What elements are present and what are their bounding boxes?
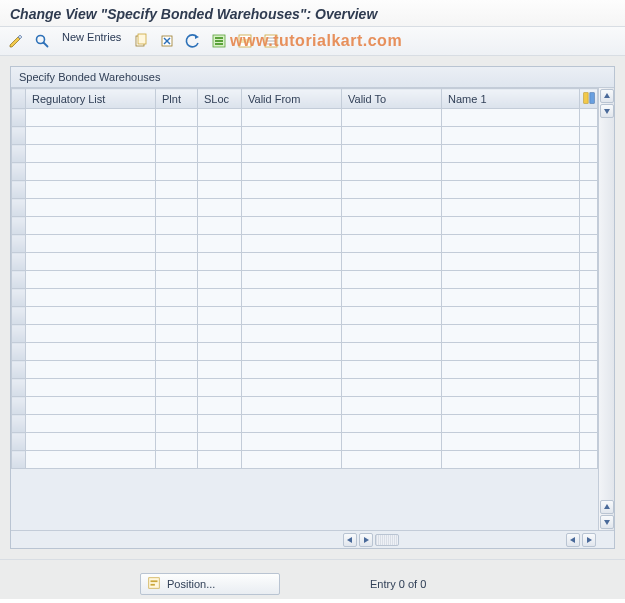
col-plnt[interactable]: Plnt: [156, 89, 198, 109]
table-cell[interactable]: [342, 307, 442, 325]
table-cell[interactable]: [242, 127, 342, 145]
details-button[interactable]: [32, 31, 52, 51]
row-selector[interactable]: [12, 361, 26, 379]
table-cell[interactable]: [442, 379, 580, 397]
hscroll-right-button[interactable]: [359, 533, 373, 547]
table-cell[interactable]: [242, 379, 342, 397]
table-cell[interactable]: [198, 109, 242, 127]
table-cell[interactable]: [242, 199, 342, 217]
row-selector[interactable]: [12, 451, 26, 469]
table-cell[interactable]: [156, 415, 198, 433]
table-cell[interactable]: [342, 433, 442, 451]
scroll-down-bottom-button[interactable]: [600, 515, 614, 529]
table-cell[interactable]: [156, 253, 198, 271]
row-selector[interactable]: [12, 325, 26, 343]
table-cell[interactable]: [156, 289, 198, 307]
table-cell[interactable]: [198, 415, 242, 433]
table-cell[interactable]: [442, 451, 580, 469]
select-all-button[interactable]: [209, 31, 229, 51]
table-cell[interactable]: [442, 181, 580, 199]
table-cell[interactable]: [26, 163, 156, 181]
table-cell[interactable]: [442, 127, 580, 145]
table-cell[interactable]: [198, 253, 242, 271]
table-cell[interactable]: [242, 415, 342, 433]
table-cell[interactable]: [442, 361, 580, 379]
table-cell[interactable]: [442, 397, 580, 415]
table-cell[interactable]: [156, 145, 198, 163]
hscroll-left-button[interactable]: [343, 533, 357, 547]
scroll-up-bottom-button[interactable]: [600, 500, 614, 514]
scroll-down-button[interactable]: [600, 104, 614, 118]
table-cell[interactable]: [198, 307, 242, 325]
delete-button[interactable]: [157, 31, 177, 51]
col-regulatory-list[interactable]: Regulatory List: [26, 89, 156, 109]
table-cell[interactable]: [242, 163, 342, 181]
table-cell[interactable]: [198, 343, 242, 361]
table-cell[interactable]: [156, 451, 198, 469]
table-cell[interactable]: [156, 361, 198, 379]
table-cell[interactable]: [198, 433, 242, 451]
table-cell[interactable]: [242, 361, 342, 379]
col-valid-from[interactable]: Valid From: [242, 89, 342, 109]
table-cell[interactable]: [242, 325, 342, 343]
table-cell[interactable]: [198, 235, 242, 253]
table-cell[interactable]: [156, 343, 198, 361]
row-selector[interactable]: [12, 397, 26, 415]
table-cell[interactable]: [198, 145, 242, 163]
hscroll-left2-button[interactable]: [566, 533, 580, 547]
table-cell[interactable]: [342, 361, 442, 379]
table-cell[interactable]: [198, 397, 242, 415]
table-cell[interactable]: [26, 109, 156, 127]
table-cell[interactable]: [26, 181, 156, 199]
table-cell[interactable]: [242, 253, 342, 271]
table-cell[interactable]: [156, 181, 198, 199]
table-cell[interactable]: [156, 379, 198, 397]
row-selector[interactable]: [12, 163, 26, 181]
row-selector[interactable]: [12, 217, 26, 235]
table-cell[interactable]: [342, 217, 442, 235]
copy-as-button[interactable]: [131, 31, 151, 51]
table-cell[interactable]: [156, 307, 198, 325]
row-selector[interactable]: [12, 109, 26, 127]
table-cell[interactable]: [442, 325, 580, 343]
table-cell[interactable]: [342, 451, 442, 469]
table-cell[interactable]: [156, 235, 198, 253]
table-cell[interactable]: [156, 433, 198, 451]
scroll-up-button[interactable]: [600, 89, 614, 103]
table-cell[interactable]: [156, 325, 198, 343]
table-cell[interactable]: [342, 199, 442, 217]
table-cell[interactable]: [442, 433, 580, 451]
table-cell[interactable]: [342, 397, 442, 415]
table-cell[interactable]: [342, 271, 442, 289]
row-selector[interactable]: [12, 307, 26, 325]
table-cell[interactable]: [342, 235, 442, 253]
table-cell[interactable]: [342, 415, 442, 433]
table-cell[interactable]: [442, 235, 580, 253]
row-selector[interactable]: [12, 253, 26, 271]
row-selector[interactable]: [12, 127, 26, 145]
row-selector[interactable]: [12, 289, 26, 307]
table-cell[interactable]: [342, 253, 442, 271]
table-cell[interactable]: [26, 145, 156, 163]
row-selector[interactable]: [12, 199, 26, 217]
table-cell[interactable]: [342, 145, 442, 163]
table-cell[interactable]: [442, 199, 580, 217]
table-cell[interactable]: [342, 181, 442, 199]
table-cell[interactable]: [242, 433, 342, 451]
table-cell[interactable]: [242, 145, 342, 163]
table-cell[interactable]: [156, 199, 198, 217]
row-selector[interactable]: [12, 343, 26, 361]
table-cell[interactable]: [156, 109, 198, 127]
undo-change-button[interactable]: [183, 31, 203, 51]
select-block-button[interactable]: [235, 31, 255, 51]
row-selector[interactable]: [12, 415, 26, 433]
table-configure-button[interactable]: [580, 89, 598, 109]
table-cell[interactable]: [442, 289, 580, 307]
table-cell[interactable]: [198, 289, 242, 307]
table-cell[interactable]: [342, 325, 442, 343]
table-cell[interactable]: [26, 253, 156, 271]
table-cell[interactable]: [26, 397, 156, 415]
table-cell[interactable]: [242, 235, 342, 253]
table-cell[interactable]: [26, 217, 156, 235]
col-valid-to[interactable]: Valid To: [342, 89, 442, 109]
